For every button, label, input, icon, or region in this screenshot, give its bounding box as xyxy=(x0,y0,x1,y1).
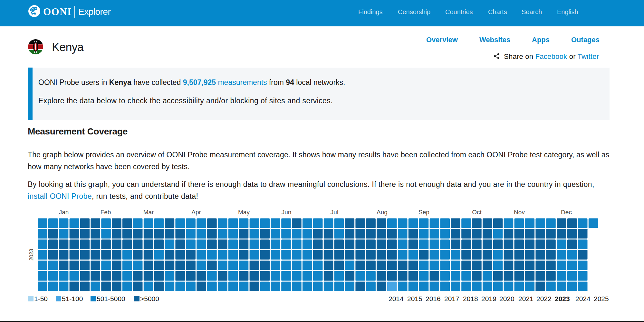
svg-text:2016: 2016 xyxy=(426,295,441,302)
svg-text:2024: 2024 xyxy=(575,295,591,302)
svg-text:501-5000: 501-5000 xyxy=(97,295,125,302)
svg-text:2025: 2025 xyxy=(594,295,609,302)
svg-text:2023: 2023 xyxy=(28,249,34,261)
svg-text:Nov: Nov xyxy=(514,209,525,216)
svg-text:Jan: Jan xyxy=(59,209,69,216)
svg-text:Aug: Aug xyxy=(377,209,388,216)
svg-text:2020: 2020 xyxy=(499,295,514,302)
svg-text:Oct: Oct xyxy=(472,209,482,216)
svg-text:Jun: Jun xyxy=(282,209,292,216)
svg-text:2019: 2019 xyxy=(481,295,496,302)
svg-text:Mar: Mar xyxy=(143,209,154,216)
svg-text:1-50: 1-50 xyxy=(34,295,48,302)
svg-text:2014: 2014 xyxy=(389,295,404,302)
svg-text:Sep: Sep xyxy=(418,209,429,216)
svg-text:May: May xyxy=(238,209,250,216)
svg-text:51-100: 51-100 xyxy=(62,295,83,302)
svg-text:Dec: Dec xyxy=(561,209,572,216)
svg-text:2017: 2017 xyxy=(444,295,459,302)
svg-text:>5000: >5000 xyxy=(140,295,159,302)
svg-text:2015: 2015 xyxy=(407,295,422,302)
svg-text:Apr: Apr xyxy=(191,209,201,216)
svg-text:Feb: Feb xyxy=(101,209,111,216)
svg-text:2022: 2022 xyxy=(536,295,552,302)
svg-text:Jul: Jul xyxy=(331,209,338,216)
svg-text:2021: 2021 xyxy=(518,295,533,302)
svg-text:2018: 2018 xyxy=(463,295,478,302)
svg-text:2023: 2023 xyxy=(555,295,570,302)
